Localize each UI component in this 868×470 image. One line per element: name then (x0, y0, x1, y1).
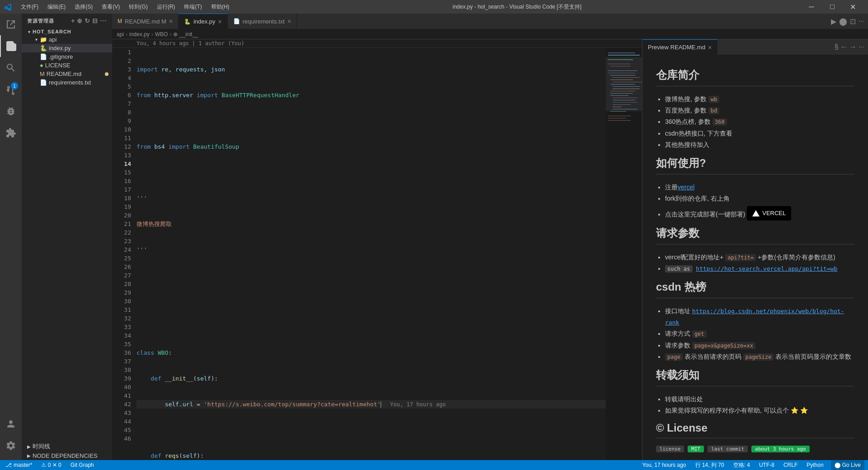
python-file-icon: 🐍 (40, 45, 47, 52)
menu-help[interactable]: 帮助(H) (208, 2, 233, 12)
refresh-icon[interactable]: ↻ (85, 17, 90, 24)
vercel-triangle-icon (752, 210, 760, 216)
vercel-link[interactable]: vercel (678, 183, 694, 191)
more-icon[interactable]: ··· (859, 17, 864, 25)
maximize-button[interactable]: □ (822, 0, 843, 14)
timeline-section[interactable]: ▶ 时间线 (22, 442, 112, 451)
preview-scroll-icon[interactable]: § (835, 43, 839, 51)
preview-intro-title: 仓库简介 (656, 68, 854, 86)
svg-rect-24 (608, 116, 631, 116)
preview-forward-icon[interactable]: → (849, 43, 857, 51)
preview-tab[interactable]: Preview README.md × (642, 39, 717, 55)
menu-file[interactable]: 文件(F) (17, 2, 42, 12)
tree-folder-api[interactable]: ▾ 📁 api (22, 35, 112, 44)
node-deps-section[interactable]: ▶ NODE DEPENDENCIES (22, 451, 112, 460)
minimize-button[interactable]: ─ (801, 0, 822, 14)
svg-rect-25 (608, 118, 626, 118)
preview-howto-item1: 注册vercel (665, 182, 854, 193)
menu-edit[interactable]: 编辑(E) (44, 2, 69, 12)
split-icon[interactable]: ⊡ (850, 17, 856, 26)
activity-source-control[interactable]: 1 (0, 79, 22, 100)
activity-search[interactable] (0, 57, 22, 79)
errors-warnings-status[interactable]: ⚠ 0 ✕ 0 (39, 460, 63, 470)
close-req-tab[interactable]: × (288, 18, 291, 25)
menu-terminal[interactable]: 终端(T) (180, 2, 205, 12)
preview-tab-label: Preview README.md (648, 44, 705, 51)
menu-view[interactable]: 查看(V) (98, 2, 123, 12)
ago-badge: about 3 hours ago (751, 446, 810, 452)
eol-status[interactable]: CRLF (782, 460, 799, 470)
preview-params-item1: vercel配置好的地址+ api?tit= +参数(仓库简介有参数信息) (665, 252, 854, 263)
svg-rect-12 (613, 86, 640, 87)
encoding-status[interactable]: UTF-8 (757, 460, 776, 470)
indent-status[interactable]: 空格: 4 (731, 460, 752, 470)
preview-howto-item2: fork到你的仓库, 右上角 (665, 193, 854, 204)
tree-file-readme[interactable]: M README.md (22, 70, 112, 78)
vercel-deploy-badge[interactable]: VERCEL (747, 206, 791, 220)
tab-requirements[interactable]: 📄 requirements.txt × (228, 14, 297, 29)
tab-index-py[interactable]: 🐍 index.py × (179, 14, 228, 29)
activity-settings[interactable] (0, 435, 22, 456)
vscode-logo-icon (5, 3, 12, 10)
activity-extensions[interactable] (0, 122, 22, 144)
window-title: index.py - hot_search - Visual Studio Co… (453, 3, 581, 11)
blame-status[interactable]: You, 17 hours ago (641, 460, 688, 470)
menu-goto[interactable]: 转到(G) (125, 2, 151, 12)
file-index-py-label: index.py (49, 45, 71, 52)
preview-more-icon[interactable]: ··· (859, 43, 864, 51)
close-index-tab[interactable]: × (218, 18, 222, 25)
preview-intro-item1: 微博热搜, 参数 wb (665, 94, 854, 105)
close-preview-tab[interactable]: × (708, 44, 712, 51)
tab-readme[interactable]: M README.md M × (112, 14, 179, 29)
tree-file-index-py[interactable]: 🐍 index.py (22, 44, 112, 52)
run-icon[interactable]: ▶ (831, 17, 836, 26)
activity-files[interactable] (0, 35, 22, 57)
svg-rect-18 (613, 100, 635, 100)
language-status[interactable]: Python (805, 460, 825, 470)
close-readme-tab[interactable]: × (169, 18, 173, 25)
breadcrumb-sep2: › (151, 31, 153, 38)
new-file-icon[interactable]: + (71, 17, 75, 24)
svg-rect-3 (608, 64, 631, 64)
svg-rect-20 (613, 104, 631, 105)
close-button[interactable]: ✕ (843, 0, 863, 14)
minimap[interactable] (606, 48, 642, 460)
breadcrumb-wbo[interactable]: WBO (155, 31, 168, 38)
more-actions-icon[interactable]: ··· (100, 17, 107, 24)
activity-account[interactable] (0, 413, 22, 435)
such-as-url[interactable]: https://hot-search.vercel.app/api?tit=wb (696, 265, 837, 272)
git-graph-label: Git Graph (71, 462, 94, 468)
go-live-status[interactable]: ⬤ Go Live (831, 460, 864, 470)
svg-rect-16 (610, 95, 628, 96)
cursor-position-status[interactable]: 行 14, 列 70 (693, 460, 726, 470)
preview-intro-item3: 360热点榜, 参数 360 (665, 116, 854, 127)
req-file-icon: 📄 (40, 79, 47, 86)
breadcrumb-init[interactable]: ⊕ __init__ (173, 31, 198, 38)
git-graph-status[interactable]: Git Graph (69, 460, 96, 470)
activity-debug[interactable] (0, 100, 22, 122)
tree-file-requirements[interactable]: 📄 requirements.txt (22, 78, 112, 87)
status-bar-left: ⎇ master* ⚠ 0 ✕ 0 Git Graph (4, 460, 96, 470)
menu-select[interactable]: 选择(S) (71, 2, 96, 12)
new-folder-icon[interactable]: ⊕ (77, 17, 83, 24)
preview-content[interactable]: 仓库简介 微博热搜, 参数 wb 百度热搜, 参数 bd 360热点榜, 参数 … (642, 55, 868, 460)
svg-rect-19 (613, 102, 637, 103)
tree-file-gitignore[interactable]: 📄 .gitignore (22, 52, 112, 61)
svg-rect-8 (613, 77, 640, 78)
breadcrumb-api[interactable]: api (117, 31, 124, 38)
preview-back-icon[interactable]: ← (840, 43, 848, 51)
activity-explorer[interactable] (0, 14, 22, 35)
tree-file-license[interactable]: ● LICENSE (22, 61, 112, 70)
debug-icon[interactable]: ⬤ (839, 17, 847, 26)
breadcrumb-indexpy[interactable]: index.py (129, 31, 150, 38)
menu-run[interactable]: 运行(R) (153, 2, 179, 12)
tree-root[interactable]: ▾ HOT_SEARCH (22, 28, 112, 35)
preview-intro-item4: csdn热榜接口, 下方查看 (665, 128, 854, 139)
go-live-icon: ⬤ (835, 462, 840, 468)
preview-howto-title: 如何使用? (656, 156, 854, 174)
collapse-icon[interactable]: ⊟ (92, 17, 98, 24)
git-branch-status[interactable]: ⎇ master* (4, 460, 34, 470)
page-code: page (665, 353, 683, 361)
code-editor[interactable]: You, 4 hours ago | 1 author (You) 12345 … (112, 39, 642, 460)
csdn-url[interactable]: https://blog.csdn.net/phoenix/web/blog/h… (665, 308, 844, 326)
